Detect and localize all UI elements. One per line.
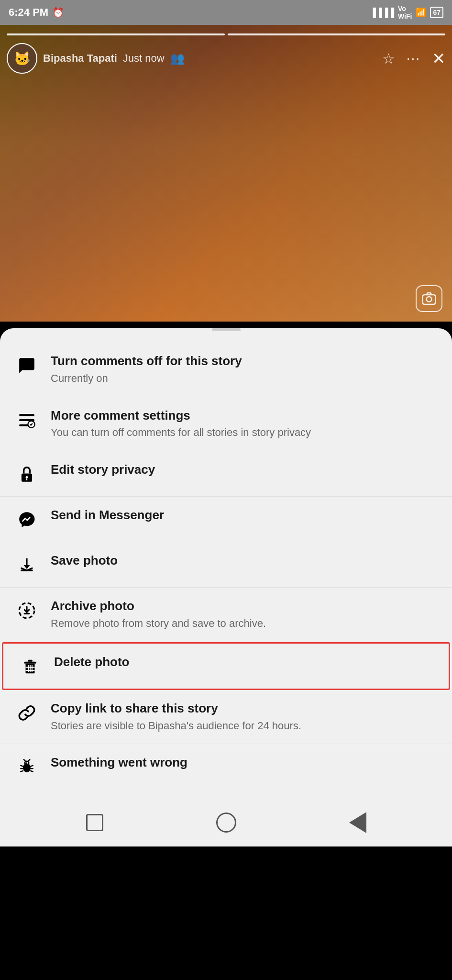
copy-link-title: Copy link to share this story bbox=[51, 701, 437, 717]
progress-bars bbox=[7, 33, 445, 35]
signal-icon: ▐▐▐▐ bbox=[370, 8, 394, 18]
svg-line-26 bbox=[21, 766, 23, 767]
messenger-icon bbox=[15, 508, 38, 531]
bottom-sheet: Turn comments off for this story Current… bbox=[0, 328, 452, 799]
close-icon[interactable]: ✕ bbox=[432, 49, 445, 68]
save-photo-title: Save photo bbox=[51, 553, 437, 569]
status-time-group: 6:24 PM ⏰ bbox=[9, 6, 64, 19]
svg-line-29 bbox=[31, 766, 33, 767]
svg-rect-2 bbox=[19, 414, 34, 416]
avatar[interactable]: 🐱 bbox=[7, 43, 37, 74]
camera-icon[interactable] bbox=[416, 285, 442, 312]
archive-photo-title: Archive photo bbox=[51, 598, 437, 614]
svg-point-7 bbox=[26, 476, 28, 479]
settings-list-icon bbox=[15, 409, 38, 432]
more-icon[interactable]: ··· bbox=[407, 51, 420, 66]
svg-point-1 bbox=[427, 297, 432, 302]
progress-bar-1 bbox=[7, 33, 225, 35]
progress-bar-2 bbox=[228, 33, 446, 35]
copy-link-subtitle: Stories are visible to Bipasha's audienc… bbox=[51, 719, 437, 734]
menu-item-edit-story-privacy[interactable]: Edit story privacy bbox=[0, 451, 452, 497]
menu-item-something-wrong[interactable]: Something went wrong bbox=[0, 744, 452, 789]
story-time: Just now bbox=[123, 52, 165, 65]
menu-item-save-photo[interactable]: Save photo bbox=[0, 542, 452, 588]
edit-story-privacy-title: Edit story privacy bbox=[51, 462, 437, 478]
menu-item-archive-photo[interactable]: Archive photo Remove photo from story an… bbox=[0, 588, 452, 642]
archive-icon bbox=[15, 599, 38, 622]
more-comment-settings-subtitle: You can turn off comments for all storie… bbox=[51, 425, 437, 440]
trash-icon bbox=[19, 655, 42, 678]
svg-line-31 bbox=[31, 771, 33, 772]
svg-rect-15 bbox=[24, 661, 36, 663]
svg-line-24 bbox=[24, 760, 25, 761]
nav-back-button[interactable] bbox=[82, 810, 107, 835]
svg-line-35 bbox=[27, 763, 28, 764]
delete-photo-title: Delete photo bbox=[54, 654, 433, 670]
wifi-text: VoWiFi bbox=[398, 5, 412, 20]
battery-indicator: 67 bbox=[430, 7, 443, 18]
something-wrong-title: Something went wrong bbox=[51, 755, 437, 771]
comment-icon bbox=[15, 354, 38, 377]
nav-circle-icon bbox=[216, 813, 236, 833]
send-messenger-title: Send in Messenger bbox=[51, 507, 437, 523]
story-area[interactable]: 🐱 Bipasha Tapati Just now 👥 ☆ ··· ✕ bbox=[0, 25, 452, 322]
svg-line-28 bbox=[21, 771, 23, 772]
more-comment-settings-text: More comment settings You can turn off c… bbox=[51, 408, 437, 441]
lock-icon bbox=[15, 463, 38, 486]
nav-bar bbox=[0, 799, 452, 846]
menu-item-delete-photo[interactable]: Delete photo bbox=[2, 642, 450, 690]
menu-item-send-messenger[interactable]: Send in Messenger bbox=[0, 497, 452, 542]
download-icon bbox=[15, 554, 38, 577]
story-username: Bipasha Tapati bbox=[43, 52, 117, 65]
svg-marker-10 bbox=[24, 565, 30, 569]
alarm-icon: ⏰ bbox=[52, 7, 64, 18]
wifi-icon: 📶 bbox=[416, 7, 426, 18]
star-icon[interactable]: ☆ bbox=[382, 50, 395, 67]
svg-rect-16 bbox=[28, 660, 33, 662]
menu-item-more-comment-settings[interactable]: More comment settings You can turn off c… bbox=[0, 397, 452, 452]
link-icon bbox=[15, 702, 38, 724]
delete-photo-text: Delete photo bbox=[54, 654, 433, 670]
time-text: 6:24 PM bbox=[9, 6, 48, 19]
turn-comments-text: Turn comments off for this story Current… bbox=[51, 353, 437, 386]
audience-icon: 👥 bbox=[170, 52, 185, 65]
story-header-icons: ☆ ··· ✕ bbox=[382, 49, 445, 68]
status-right: ▐▐▐▐ VoWiFi 📶 67 bbox=[370, 5, 443, 20]
turn-comments-subtitle: Currently on bbox=[51, 371, 437, 386]
menu-item-turn-comments-off[interactable]: Turn comments off for this story Current… bbox=[0, 343, 452, 397]
send-messenger-text: Send in Messenger bbox=[51, 507, 437, 523]
something-wrong-text: Something went wrong bbox=[51, 755, 437, 771]
nav-home-button[interactable] bbox=[214, 810, 239, 835]
turn-comments-title: Turn comments off for this story bbox=[51, 353, 437, 369]
menu-item-copy-link[interactable]: Copy link to share this story Stories ar… bbox=[0, 690, 452, 745]
sheet-handle bbox=[212, 328, 241, 331]
status-bar: 6:24 PM ⏰ ▐▐▐▐ VoWiFi 📶 67 bbox=[0, 0, 452, 25]
story-user-info: Bipasha Tapati Just now 👥 bbox=[43, 52, 376, 65]
bug-icon bbox=[15, 756, 38, 779]
story-header: 🐱 Bipasha Tapati Just now 👥 ☆ ··· ✕ bbox=[7, 43, 445, 74]
archive-photo-subtitle: Remove photo from story and save to arch… bbox=[51, 616, 437, 631]
svg-line-33 bbox=[26, 763, 27, 764]
svg-line-25 bbox=[28, 760, 30, 761]
more-comment-settings-title: More comment settings bbox=[51, 408, 437, 424]
nav-recent-button[interactable] bbox=[345, 810, 370, 835]
nav-triangle-icon bbox=[349, 812, 366, 833]
archive-photo-text: Archive photo Remove photo from story an… bbox=[51, 598, 437, 631]
copy-link-text: Copy link to share this story Stories ar… bbox=[51, 701, 437, 734]
edit-story-privacy-text: Edit story privacy bbox=[51, 462, 437, 478]
nav-square-icon bbox=[86, 814, 103, 831]
save-photo-text: Save photo bbox=[51, 553, 437, 569]
